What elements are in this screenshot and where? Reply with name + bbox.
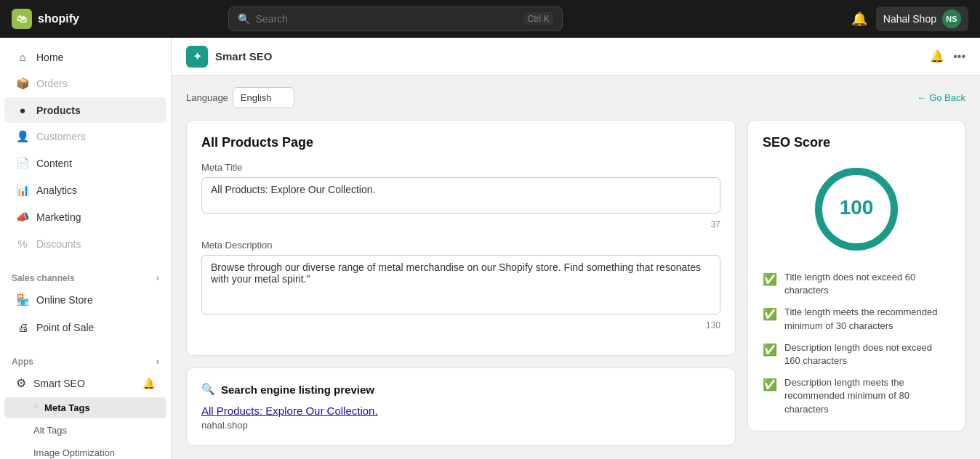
sidebar-item-analytics[interactable]: 📊 Analytics: [4, 177, 166, 203]
meta-description-char-count: 130: [201, 320, 720, 330]
user-name: Nahal Shop: [883, 13, 936, 25]
content-area: Language English ← Go Back All Products …: [172, 76, 980, 459]
meta-title-input[interactable]: All Products: Explore Our Collection.: [201, 177, 720, 214]
two-column-layout: All Products Page Meta Title All Product…: [186, 120, 965, 447]
seo-score-panel: SEO Score 100 ✅ Title length does: [747, 120, 965, 447]
sidebar-item-pos[interactable]: 🖨 Point of Sale: [4, 314, 166, 340]
sales-channels-expand-icon[interactable]: ›: [156, 273, 159, 283]
search-preview-url: nahal.shop: [201, 420, 720, 431]
search-bar[interactable]: 🔍 Ctrl K: [228, 7, 563, 31]
search-preview-title: Search engine listing preview: [221, 383, 374, 396]
language-label: Language: [186, 92, 228, 103]
marketing-icon: 📣: [16, 211, 29, 224]
app-header-right: 🔔 •••: [930, 49, 965, 63]
svg-text:100: 100: [840, 196, 874, 219]
meta-title-label: Meta Title: [201, 162, 720, 173]
seo-check-2: ✅ Title length meets the recommended min…: [763, 306, 950, 332]
seo-score-title: SEO Score: [763, 135, 950, 150]
app-header: ✦ Smart SEO 🔔 •••: [172, 38, 980, 76]
search-shortcut: Ctrl K: [524, 12, 553, 25]
seo-check-3: ✅ Description length does not exceed 160…: [763, 341, 950, 367]
seo-check-4: ✅ Description length meets the recommend…: [763, 376, 950, 416]
app-bell-icon[interactable]: 🔔: [930, 49, 944, 63]
sidebar-item-smart-seo[interactable]: ⚙ Smart SEO 🔔: [4, 370, 166, 396]
go-back-arrow-icon: ←: [917, 92, 926, 103]
check-icon-3: ✅: [763, 342, 777, 358]
sidebar: ⌂ Home 📦 Orders ● Products 👤 Customers 📄…: [0, 38, 172, 459]
app-more-icon[interactable]: •••: [953, 50, 965, 63]
meta-description-input[interactable]: Browse through our diverse range of meta…: [201, 255, 720, 314]
language-select[interactable]: English: [233, 87, 294, 108]
user-avatar: NS: [942, 9, 961, 28]
sidebar-item-home[interactable]: ⌂ Home: [4, 44, 166, 70]
smart-seo-app-icon: ✦: [186, 46, 208, 68]
apps-expand-icon[interactable]: ›: [156, 357, 159, 367]
score-circle-wrapper: 100: [763, 162, 950, 256]
orders-icon: 📦: [16, 77, 29, 90]
apps-label: Apps ›: [0, 349, 171, 370]
seo-checks-list: ✅ Title length does not exceed 60 charac…: [763, 271, 950, 416]
search-icon: 🔍: [238, 13, 250, 25]
sidebar-item-customers: 👤 Customers: [4, 123, 166, 150]
sidebar-item-content[interactable]: 📄 Content: [4, 150, 166, 176]
sales-channels-label: Sales channels ›: [0, 266, 171, 286]
pos-icon: 🖨: [16, 321, 29, 333]
sidebar-item-online-store[interactable]: 🏪 Online Store: [4, 287, 166, 313]
sidebar-item-discounts: % Discounts: [4, 231, 166, 256]
analytics-icon: 📊: [16, 184, 29, 197]
sidebar-sub-item-alt-tags[interactable]: Alt Tags: [4, 420, 166, 441]
main-panel: All Products Page Meta Title All Product…: [186, 120, 736, 447]
online-store-icon: 🏪: [16, 293, 29, 306]
meta-description-group: Meta Description Browse through our dive…: [201, 240, 720, 330]
check-icon-2: ✅: [763, 306, 777, 322]
sidebar-item-products[interactable]: ● Products: [4, 97, 166, 123]
main-content: ✦ Smart SEO 🔔 ••• Language English: [172, 38, 980, 459]
search-input[interactable]: [256, 13, 518, 25]
meta-description-label: Meta Description: [201, 240, 720, 251]
discounts-icon: %: [16, 237, 29, 250]
sidebar-sub-item-image-optimization[interactable]: Image Optimization: [4, 442, 166, 459]
shopify-logo: 🛍 shopify: [12, 9, 79, 29]
seo-check-1: ✅ Title length does not exceed 60 charac…: [763, 271, 950, 297]
shopify-wordmark: shopify: [38, 12, 79, 25]
seo-score-card: SEO Score 100 ✅ Title length does: [747, 120, 965, 431]
meta-tags-dot: └: [33, 404, 39, 412]
user-menu-button[interactable]: Nahal Shop NS: [876, 7, 968, 31]
meta-title-group: Meta Title All Products: Explore Our Col…: [201, 162, 720, 230]
go-back-button[interactable]: ← Go Back: [917, 92, 965, 103]
search-preview-header: 🔍 Search engine listing preview: [201, 383, 720, 396]
app-header-left: ✦ Smart SEO: [186, 46, 272, 68]
content-icon: 📄: [16, 157, 29, 170]
sidebar-item-orders: 📦 Orders: [4, 70, 166, 97]
products-icon: ●: [16, 104, 29, 116]
all-products-card: All Products Page Meta Title All Product…: [186, 120, 736, 356]
search-preview-link[interactable]: All Products: Explore Our Collection.: [201, 405, 720, 417]
card-title: All Products Page: [201, 135, 720, 150]
sidebar-sub-item-meta-tags[interactable]: └ Meta Tags: [4, 397, 166, 418]
home-icon: ⌂: [16, 51, 29, 63]
meta-title-char-count: 37: [201, 219, 720, 230]
customers-icon: 👤: [16, 130, 29, 143]
notification-icon[interactable]: 🔔: [851, 11, 867, 27]
smart-seo-icon: ⚙: [16, 376, 26, 390]
app-title: Smart SEO: [215, 50, 272, 62]
score-circle-svg: 100: [809, 162, 904, 256]
language-selector-wrapper: Language English: [186, 87, 294, 108]
topnav-right: 🔔 Nahal Shop NS: [851, 7, 968, 31]
search-preview-card: 🔍 Search engine listing preview All Prod…: [186, 367, 736, 446]
shopify-bag-icon: 🛍: [12, 9, 32, 29]
smart-seo-bell-icon[interactable]: 🔔: [142, 378, 155, 389]
top-navigation: 🛍 shopify 🔍 Ctrl K 🔔 Nahal Shop NS: [0, 0, 980, 38]
check-icon-1: ✅: [763, 272, 777, 288]
search-preview-icon: 🔍: [201, 383, 215, 396]
check-icon-4: ✅: [763, 377, 777, 393]
language-bar: Language English ← Go Back: [186, 87, 965, 108]
sidebar-item-marketing[interactable]: 📣 Marketing: [4, 204, 166, 230]
